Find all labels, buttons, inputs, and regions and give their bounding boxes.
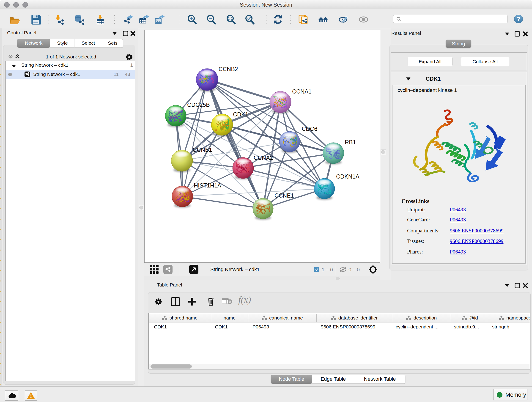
svg-text:CCNB1: CCNB1 (193, 147, 212, 153)
svg-text:CDC6: CDC6 (302, 126, 317, 132)
svg-text:CCNE1: CCNE1 (274, 192, 294, 199)
svg-text:HIST1H1A: HIST1H1A (194, 182, 221, 189)
svg-text:CDK1: CDK1 (233, 111, 248, 118)
svg-text:CDKN1A: CDKN1A (336, 173, 360, 180)
svg-text:CCNB2: CCNB2 (219, 66, 238, 72)
svg-text:CCNA1: CCNA1 (292, 88, 312, 95)
svg-text:CCNA2: CCNA2 (254, 154, 273, 161)
svg-text:CDC25B: CDC25B (187, 102, 210, 108)
svg-text:RB1: RB1 (345, 139, 356, 145)
